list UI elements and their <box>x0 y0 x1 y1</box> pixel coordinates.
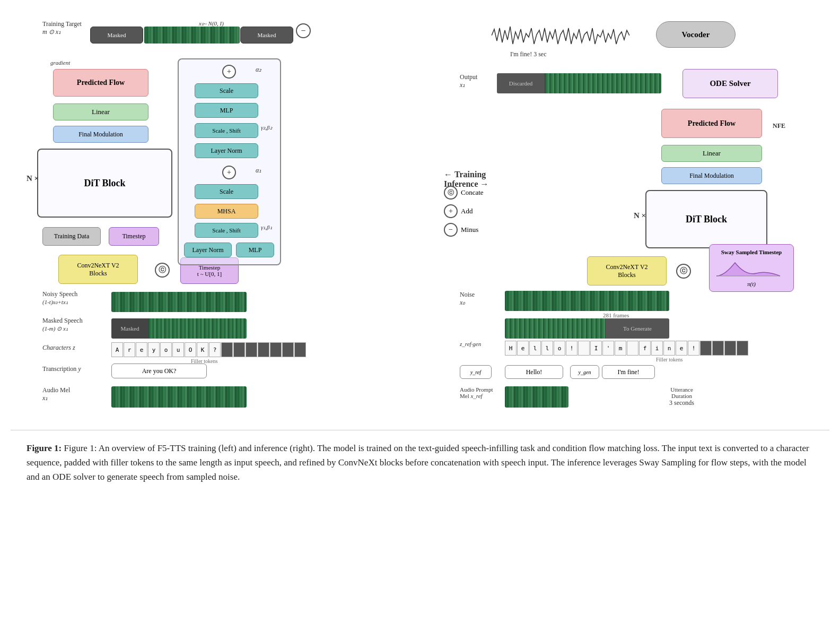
audio-mel-strip-left <box>111 386 247 408</box>
left-panel: Training Target m ⊙ x₁ Masked Masked x₀~… <box>21 16 412 419</box>
add-op-top: + <box>222 65 236 79</box>
im-fine-label: I'm fine! 3 sec <box>510 50 546 58</box>
waveform-right <box>492 24 629 48</box>
mlp-top: MLP <box>195 103 258 118</box>
concat-op-right: ⓒ <box>676 264 691 279</box>
transcription-label: Transcription y <box>42 365 81 373</box>
conv2next-right: Conv2NeXT V2 Blocks <box>587 256 667 286</box>
timestep-left: Timestep <box>109 227 159 246</box>
right-panel: I'm fine! 3 sec Vocoder Outputx₁ Discard… <box>428 16 819 419</box>
dit-container-left: DiT Block <box>37 149 172 218</box>
masked-label-left: Masked <box>90 27 143 44</box>
noisy-speech-strip <box>111 292 247 312</box>
yref-label: y_ref <box>460 365 492 379</box>
conv2next-left: Conv2NeXT V2 Blocks <box>58 255 138 284</box>
caption: Figure 1: Figure 1: An overview of F5-TT… <box>11 430 829 490</box>
nx-left: N × <box>27 174 39 183</box>
utterance-duration-label: UtteranceDuration 3 seconds <box>669 386 694 407</box>
alpha2-label: α₂ <box>256 66 261 74</box>
spec-top-left <box>144 27 240 44</box>
characters-label: Characters z <box>42 344 75 352</box>
im-fine-box: I'm fine! <box>602 365 655 379</box>
inner-diagram: + α₂ Scale MLP Scale , Shift γ₂,β₂ <box>178 58 281 265</box>
output-label: Outputx₁ <box>460 73 477 89</box>
frames-label: 281 frames <box>603 312 629 318</box>
masked-bar-right: Masked <box>240 27 293 44</box>
noise-strip <box>505 291 669 311</box>
mhsa-box: MHSA <box>195 204 258 219</box>
add-op-mid: + <box>222 166 236 179</box>
gradient-label: gradient <box>50 59 70 66</box>
masked-bar-left: Masked <box>90 27 143 44</box>
audio-prompt-strip <box>505 386 568 408</box>
char-row-right: Hel lo! I' m f ine ! <F><F> <F><F> <box>505 341 748 356</box>
alpha1-label: α₁ <box>256 167 261 175</box>
masked-speech-label: Masked Speech (1-m) ⊙ x₁ <box>42 317 83 333</box>
ygen-label: y_gen <box>570 365 599 379</box>
predicted-flow-left: Predicted Flow <box>53 69 148 97</box>
legend-concate: ⓒ Concate <box>444 186 484 200</box>
scale-bottom: Scale <box>195 184 258 199</box>
filler-tokens-label-right: Filler tokens <box>656 357 682 362</box>
legend-add: + Add <box>444 204 472 218</box>
masked-speech-strip: Masked <box>111 318 247 339</box>
training-target-label: Training Target m ⊙ x₁ <box>42 20 82 36</box>
scale-shift-top: Scale , Shift <box>195 123 258 138</box>
diagram-area: Training Target m ⊙ x₁ Masked Masked x₀~… <box>11 11 829 425</box>
noisy-speech-label: Noisy Speech (1-t)x₀+tx₁ <box>42 290 77 306</box>
transcription-text: Are you OK? <box>111 364 207 378</box>
gamma2-label: γ₂,β₂ <box>261 124 272 131</box>
nx-right: N × <box>634 211 646 220</box>
scale-top: Scale <box>195 83 258 98</box>
scale-shift-bottom: Scale , Shift <box>195 223 258 238</box>
output-strip: Discarded <box>497 73 661 93</box>
linear-left: Linear <box>53 103 148 120</box>
dit-block-left: DiT Block <box>38 150 171 217</box>
predicted-flow-right: Predicted Flow <box>661 109 762 138</box>
vocoder-box: Vocoder <box>656 21 736 48</box>
dit-container-right: DiT Block <box>645 190 767 248</box>
noise-label: Noise x₀ <box>460 291 475 307</box>
masked-label-right: Masked <box>240 27 293 44</box>
minus-op: − <box>296 23 311 38</box>
zref-gen-label: z_ref·gen <box>460 341 481 347</box>
audio-mel-label: Audio Melx₁ <box>42 386 70 402</box>
gamma1-label: γ₁,β₁ <box>261 224 272 231</box>
final-modulation-left: Final Modulation <box>53 126 148 143</box>
x0-label: x₀~ N(0, I) <box>199 20 224 27</box>
layer-norm-top: Layer Norm <box>195 143 258 158</box>
sway-timestep: Sway Sampled Timestep π(t) <box>709 244 794 292</box>
concat-op-left: ⓒ <box>155 263 170 278</box>
hello-box: Hello! <box>505 365 563 379</box>
linear-right: Linear <box>661 145 762 162</box>
mlp-bottom: MLP <box>236 243 274 257</box>
legend-minus: − Minus <box>444 223 478 237</box>
final-modulation-right: Final Modulation <box>661 167 762 184</box>
main-container: Training Target m ⊙ x₁ Masked Masked x₀~… <box>11 11 829 490</box>
nfe-label: NFE <box>773 122 785 130</box>
ode-solver-box: ODE Solver <box>682 69 778 98</box>
audio-prompt-label: Audio PromptMel x_ref <box>460 386 493 399</box>
layer-norm-bottom-left: Layer Norm <box>184 243 232 257</box>
training-data: Training Data <box>42 227 101 246</box>
to-generate-strip: To Generate <box>505 318 669 339</box>
char-row-left: Are you OK? <F><F> <F><F> <F><F> <F> <box>111 342 306 357</box>
